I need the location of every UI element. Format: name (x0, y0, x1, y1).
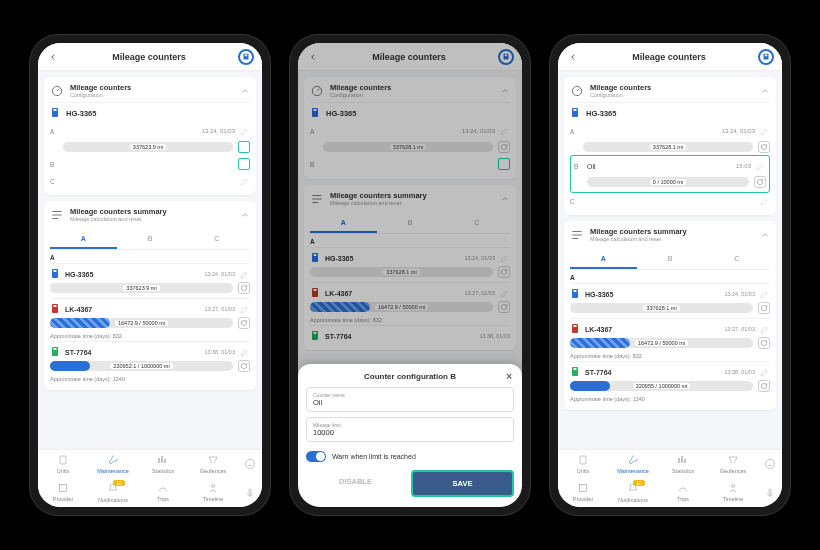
provider-icon (577, 482, 589, 494)
tab-B[interactable]: B (117, 230, 184, 249)
counter-name-field[interactable]: Counter name Oil (306, 387, 514, 412)
nav-timeline[interactable]: Timeline (708, 478, 758, 507)
speedometer-icon (570, 84, 584, 98)
nav-notifications[interactable]: Notifications (608, 478, 658, 507)
bottom-nav: Units Maintenance Statistics Geofences P… (38, 449, 262, 507)
svg-point-41 (732, 485, 735, 488)
edit-icon[interactable] (240, 176, 250, 186)
reset-button[interactable] (238, 317, 250, 329)
nav-units[interactable]: Units (38, 450, 88, 478)
edit-icon[interactable] (760, 196, 770, 206)
vehicle-badge[interactable] (238, 49, 254, 65)
nav-help[interactable] (758, 450, 782, 478)
tab-B[interactable]: B (637, 250, 704, 269)
edit-icon[interactable] (756, 161, 766, 171)
unit-name: LK-4367 (65, 306, 199, 313)
nav-provider[interactable]: Provider (38, 478, 88, 507)
nav-geofences[interactable]: Geofences (188, 450, 238, 478)
edit-icon[interactable] (240, 126, 250, 136)
card-header[interactable]: Mileage counters Configuration (50, 83, 250, 102)
svg-rect-10 (54, 348, 57, 350)
vehicle-icon (310, 107, 320, 119)
edit-icon[interactable] (760, 289, 770, 299)
edit-icon[interactable] (240, 304, 250, 314)
geofences-icon (207, 454, 219, 466)
reset-button[interactable] (758, 302, 770, 314)
svg-rect-17 (505, 54, 508, 56)
back-button[interactable] (306, 50, 320, 64)
vehicle-badge[interactable] (498, 49, 514, 65)
tab-C[interactable]: C (183, 230, 250, 249)
mileage-limit-field[interactable]: Mileage limit 10000 (306, 417, 514, 442)
counter-label: A (50, 128, 58, 135)
tab-A[interactable]: A (50, 230, 117, 249)
tab-A[interactable]: A (310, 214, 377, 233)
progress-text: 220952.1 / 1000000 mi (110, 363, 172, 369)
edit-icon[interactable] (500, 253, 510, 263)
nav-trips[interactable]: Trips (138, 478, 188, 507)
edit-icon[interactable] (760, 324, 770, 334)
nav-provider[interactable]: Provider (558, 478, 608, 507)
tab-A[interactable]: A (570, 250, 637, 269)
reset-button[interactable] (754, 176, 766, 188)
nav-geofences[interactable]: Geofences (708, 450, 758, 478)
nav-units[interactable]: Units (558, 450, 608, 478)
mileage-counters-config-card: Mileage counters Configuration HG-3365 A… (44, 77, 256, 195)
edit-icon[interactable] (240, 347, 250, 357)
svg-rect-33 (574, 290, 577, 292)
tab-C[interactable]: C (703, 250, 770, 269)
card-header[interactable]: Mileage counters summary Mileage calcula… (50, 207, 250, 226)
nav-trips[interactable]: Trips (658, 478, 708, 507)
tab-C[interactable]: C (443, 214, 510, 233)
maintenance-icon (627, 454, 639, 466)
reset-button[interactable] (498, 266, 510, 278)
nav-help[interactable] (238, 450, 262, 478)
list-icon (570, 228, 584, 242)
vehicle-badge[interactable] (758, 49, 774, 65)
close-button[interactable]: × (506, 371, 512, 382)
refresh-icon (760, 382, 768, 390)
nav-maintenance[interactable]: Maintenance (88, 450, 138, 478)
refresh-icon (500, 143, 508, 151)
nav-statistics[interactable]: Statistics (138, 450, 188, 478)
edit-icon[interactable] (760, 367, 770, 377)
vehicle-icon (50, 303, 60, 315)
phone-screen-2: Mileage counters Mileage countersConfigu… (290, 35, 530, 515)
edit-icon[interactable] (500, 288, 510, 298)
tab-B[interactable]: B (377, 214, 444, 233)
reset-button[interactable] (758, 337, 770, 349)
nav-statistics[interactable]: Statistics (658, 450, 708, 478)
reset-button[interactable] (238, 360, 250, 372)
nav-timeline[interactable]: Timeline (188, 478, 238, 507)
svg-rect-42 (769, 489, 771, 494)
warn-toggle[interactable] (306, 451, 326, 462)
disable-button[interactable]: DISABLE (306, 470, 405, 497)
summary-tabs: A B C (50, 230, 250, 250)
edit-icon[interactable] (500, 126, 510, 136)
reset-button[interactable] (758, 380, 770, 392)
nav-mic[interactable] (238, 478, 262, 507)
back-button[interactable] (46, 50, 60, 64)
phone-screen-3: Mileage counters Mileage countersConfigu… (550, 35, 790, 515)
counter-A-checkbox[interactable] (238, 141, 250, 153)
smile-icon (764, 458, 776, 470)
refresh-icon (760, 304, 768, 312)
nav-notifications[interactable]: Notifications (88, 478, 138, 507)
reset-button[interactable] (498, 301, 510, 313)
nav-mic[interactable] (758, 478, 782, 507)
counter-B-checkbox[interactable] (498, 158, 510, 170)
save-button[interactable]: SAVE (411, 470, 514, 497)
progress-text: 16472.9 / 50000 mi (115, 320, 168, 326)
refresh-icon (240, 362, 248, 370)
reset-button[interactable] (238, 282, 250, 294)
reset-button[interactable] (498, 141, 510, 153)
reset-button[interactable] (758, 141, 770, 153)
chevron-up-icon (500, 86, 510, 96)
back-button[interactable] (566, 50, 580, 64)
edit-icon[interactable] (240, 269, 250, 279)
counter-B-checkbox[interactable] (238, 158, 250, 170)
sheet-title: Counter configuration B (364, 372, 456, 381)
nav-maintenance[interactable]: Maintenance (608, 450, 658, 478)
card-title: Mileage counters (70, 83, 131, 92)
edit-icon[interactable] (760, 126, 770, 136)
